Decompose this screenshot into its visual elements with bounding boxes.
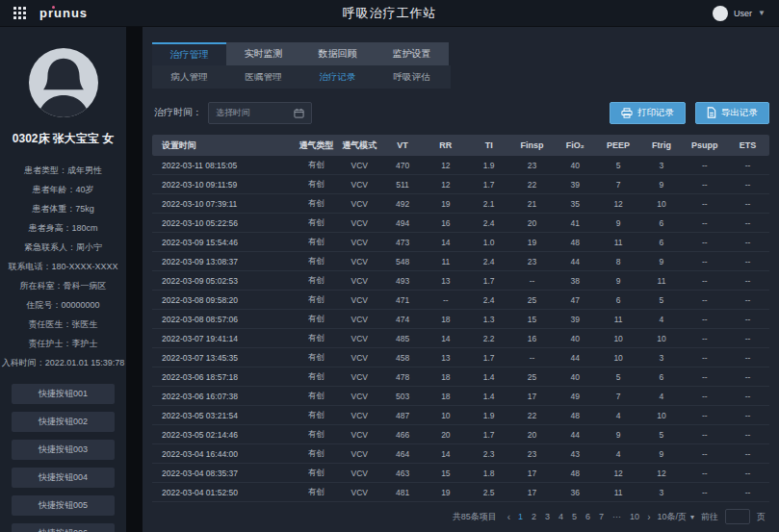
page-button-2[interactable]: 2 [531, 512, 537, 521]
table-cell: 22 [510, 411, 554, 420]
tab-实时监测[interactable]: 实时监测 [226, 42, 300, 65]
table-cell: 1.7 [467, 180, 510, 190]
page-button-7[interactable]: 7 [598, 512, 605, 521]
subtab-呼吸评估[interactable]: 呼吸评估 [375, 65, 449, 89]
table-cell: 47 [554, 295, 597, 305]
date-picker-input[interactable]: 选择时间 [208, 102, 312, 124]
table-cell: 有创 [295, 198, 338, 210]
subtab-病人管理[interactable]: 病人管理 [152, 65, 226, 89]
page-button-6[interactable]: 6 [584, 512, 591, 521]
page-button-3[interactable]: 3 [544, 512, 551, 521]
quick-button[interactable]: 快捷按钮004 [12, 468, 115, 488]
patient-avatar [29, 48, 98, 117]
patient-info-line: 患者年龄：40岁 [32, 180, 93, 199]
table-cell: 10 [597, 353, 640, 363]
quick-button[interactable]: 快捷按钮003 [12, 440, 115, 460]
table-cell: 12 [424, 161, 467, 170]
tab-治疗管理[interactable]: 治疗管理 [152, 42, 226, 65]
table-cell: -- [726, 392, 769, 401]
table-row[interactable]: 2022-03-07 13:45:35有创VCV458131.7--44103-… [152, 348, 769, 367]
table-cell: VCV [338, 315, 381, 324]
table-row[interactable]: 2022-03-05 02:14:46有创VCV466201.7204495--… [152, 425, 769, 444]
table-cell: 485 [381, 334, 425, 343]
table-cell: -- [726, 469, 769, 478]
table-row[interactable]: 2022-03-06 16:07:38有创VCV503181.4174974--… [152, 387, 769, 406]
table-cell: 18 [424, 372, 467, 382]
table-cell: 487 [381, 411, 425, 420]
table-cell: 18 [424, 392, 467, 401]
next-page-button[interactable]: › [647, 512, 650, 522]
table-cell: 473 [381, 238, 425, 247]
table-cell: -- [726, 218, 769, 228]
table-row[interactable]: 2022-03-04 01:52:50有创VCV481192.51736113-… [152, 483, 769, 502]
column-header: VT [381, 140, 425, 150]
table-cell: 1.9 [467, 411, 510, 420]
page-size-select[interactable]: 10条/页 ▾ [657, 511, 694, 523]
page-button-10[interactable]: 10 [629, 512, 640, 521]
table-row[interactable]: 2022-03-07 19:41:14有创VCV485142.216401010… [152, 329, 769, 348]
table-row[interactable]: 2022-03-09 05:02:53有创VCV493131.7--38911-… [152, 271, 769, 291]
table-cell: 40 [554, 372, 597, 382]
main-tab-bar: 治疗管理实时监测数据回顾监护设置 [152, 42, 451, 65]
quick-button[interactable]: 快捷按钮006 [12, 523, 115, 532]
page-button-4[interactable]: 4 [558, 512, 564, 521]
table-cell: 478 [381, 372, 425, 382]
table-cell: 有创 [295, 352, 338, 364]
table-cell: 3 [640, 353, 684, 363]
page-button-1[interactable]: 1 [517, 512, 524, 521]
table-cell: 25 [510, 295, 554, 305]
table-cell: 2.2 [467, 334, 510, 343]
table-row[interactable]: 2022-03-04 08:35:37有创VCV463151.817481212… [152, 464, 769, 483]
table-row[interactable]: 2022-03-08 09:58:20有创VCV471--2.4254765--… [152, 291, 769, 310]
subtab-治疗记录[interactable]: 治疗记录 [300, 65, 375, 89]
table-row[interactable]: 2022-03-10 09:11:59有创VCV511121.7223979--… [152, 175, 769, 194]
table-cell: -- [683, 372, 726, 382]
print-record-button[interactable]: 打印记录 [610, 102, 686, 124]
column-header: PEEP [597, 140, 640, 150]
table-cell: -- [683, 257, 726, 266]
table-cell: VCV [338, 199, 381, 209]
page-button-5[interactable]: 5 [571, 512, 578, 521]
tab-数据回顾[interactable]: 数据回顾 [300, 42, 375, 65]
pagination: 共85条项目 ‹ 1234567···10 › 10条/页 ▾ 前往 页 [152, 502, 769, 531]
table-cell: 10 [640, 199, 684, 209]
table-cell: -- [726, 199, 769, 209]
quick-button[interactable]: 快捷按钮005 [12, 495, 115, 516]
table-row[interactable]: 2022-03-10 05:22:56有创VCV494162.4204196--… [152, 214, 769, 233]
table-cell: 2.5 [467, 488, 510, 497]
table-row[interactable]: 2022-03-05 03:21:54有创VCV487101.92248410-… [152, 406, 769, 425]
table-cell: VCV [338, 353, 381, 363]
table-row[interactable]: 2022-03-11 08:15:05有创VCV470121.9234053--… [152, 156, 769, 175]
table-cell: VCV [338, 411, 381, 420]
user-menu[interactable]: User ▼ [713, 6, 766, 21]
calendar-icon [294, 108, 304, 118]
table-cell: 1.7 [467, 430, 510, 440]
table-cell: 5 [597, 372, 640, 382]
table-cell: 6 [640, 238, 684, 247]
table-row[interactable]: 2022-03-09 13:08:37有创VCV548112.4234489--… [152, 252, 769, 271]
table-cell: -- [726, 449, 769, 459]
tab-监护设置[interactable]: 监护设置 [375, 42, 449, 65]
table-cell: 23 [510, 449, 554, 459]
topbar: prunus 呼吸治疗工作站 User ▼ [0, 0, 779, 27]
table-cell: 20 [424, 430, 467, 440]
table-row[interactable]: 2022-03-08 08:57:06有创VCV474181.31539114-… [152, 310, 769, 329]
table-cell: VCV [338, 392, 381, 401]
table-cell: 2022-03-04 01:52:50 [152, 488, 295, 497]
table-row[interactable]: 2022-03-10 07:39:11有创VCV492192.121351210… [152, 194, 769, 214]
subtab-医嘱管理[interactable]: 医嘱管理 [226, 65, 300, 89]
app-grid-icon[interactable] [13, 7, 26, 19]
quick-button[interactable]: 快捷按钮001 [12, 384, 115, 404]
table-cell: 有创 [295, 487, 338, 498]
table-cell: -- [726, 295, 769, 305]
table-cell: 3 [640, 161, 684, 170]
prev-page-button[interactable]: ‹ [507, 512, 510, 522]
table-row[interactable]: 2022-03-04 16:44:00有创VCV464142.3234349--… [152, 444, 769, 464]
export-record-button[interactable]: 导出记录 [695, 102, 769, 124]
table-cell: 463 [381, 469, 425, 478]
table-row[interactable]: 2022-03-09 15:54:46有创VCV473141.01948116-… [152, 233, 769, 252]
quick-button[interactable]: 快捷按钮002 [12, 412, 115, 432]
table-cell: -- [726, 180, 769, 190]
goto-page-input[interactable] [725, 509, 750, 524]
table-row[interactable]: 2022-03-06 18:57:18有创VCV478181.4254056--… [152, 367, 769, 387]
